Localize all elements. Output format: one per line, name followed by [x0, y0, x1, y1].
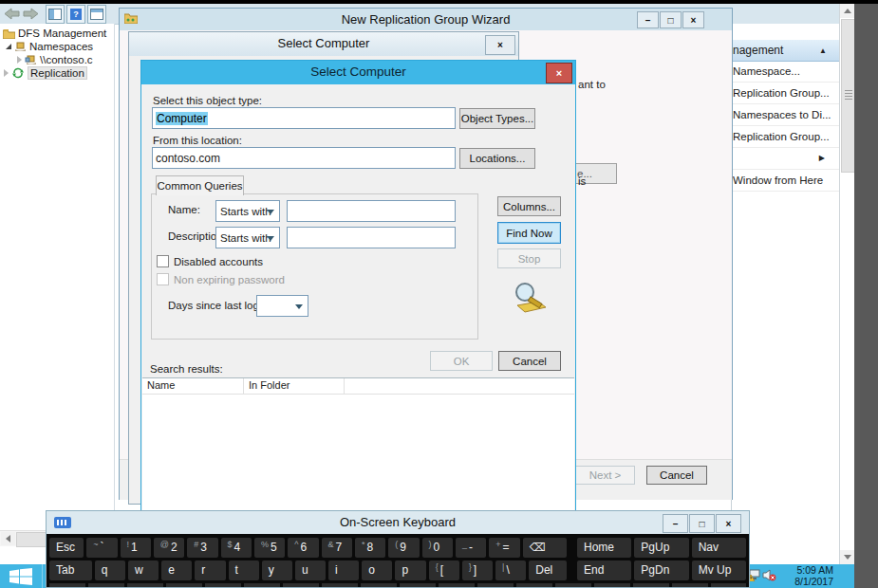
- key-1[interactable]: !1: [121, 538, 151, 558]
- action-item-replication-group[interactable]: Replication Group...: [732, 126, 840, 148]
- disabled-accounts-checkbox[interactable]: [157, 255, 169, 267]
- columns-button[interactable]: Columns...: [497, 196, 561, 216]
- back-icon[interactable]: [4, 8, 20, 20]
- scroll-left-button[interactable]: [1, 532, 15, 545]
- expand-icon[interactable]: [4, 69, 9, 77]
- key-Del[interactable]: Del: [529, 560, 567, 580]
- tree-item-replication[interactable]: Replication: [0, 66, 114, 80]
- key-`[interactable]: ~`: [86, 538, 117, 558]
- object-type-label: Select this object type:: [153, 95, 262, 106]
- key-7[interactable]: &7: [322, 538, 352, 558]
- actions-panel-header[interactable]: nagement ▲: [732, 40, 840, 62]
- key-q[interactable]: q: [95, 560, 125, 580]
- key-Home[interactable]: Home: [577, 538, 631, 558]
- days-since-logon-dropdown[interactable]: [256, 295, 308, 317]
- key-i[interactable]: i: [328, 560, 359, 580]
- scroll-up-button[interactable]: [840, 4, 855, 18]
- description-operator-dropdown[interactable]: Starts with: [215, 227, 280, 248]
- key-3[interactable]: #3: [187, 538, 217, 558]
- action-item-replication-group[interactable]: Replication Group...: [732, 83, 840, 104]
- key-][interactable]: }]: [462, 560, 493, 580]
- outer-close-button[interactable]: ×: [485, 35, 515, 55]
- tree-item-namespaces[interactable]: Namespaces: [0, 40, 114, 53]
- new-window-button[interactable]: [87, 5, 106, 24]
- start-button[interactable]: [0, 564, 43, 588]
- key-w[interactable]: w: [128, 560, 159, 580]
- minimize-button[interactable]: –: [637, 11, 659, 28]
- expand-icon[interactable]: [6, 44, 11, 49]
- description-input[interactable]: [287, 227, 456, 248]
- vm-vertical-scrollbar[interactable]: [839, 4, 855, 564]
- key-o[interactable]: o: [362, 560, 392, 580]
- key-5[interactable]: %5: [254, 538, 285, 558]
- key-[[interactable]: {[: [429, 560, 459, 580]
- stop-button[interactable]: Stop: [497, 248, 561, 268]
- key-⌫[interactable]: ⌫: [523, 538, 567, 558]
- tab-common-queries[interactable]: Common Queries: [156, 175, 244, 195]
- dialog-close-button[interactable]: ×: [546, 63, 572, 83]
- osk-title-bar[interactable]: On-Screen Keyboard – □ ×: [47, 511, 749, 534]
- expand-icon[interactable]: [17, 56, 22, 64]
- locations-button[interactable]: Locations...: [459, 148, 535, 169]
- action-item-window-from-here[interactable]: Window from Here: [732, 170, 840, 192]
- wizard-cancel-button[interactable]: Cancel: [646, 466, 707, 485]
- column-name[interactable]: Name: [142, 378, 244, 394]
- ok-button[interactable]: OK: [430, 351, 493, 371]
- maximize-button[interactable]: □: [660, 11, 682, 28]
- show-hide-tree-button[interactable]: [46, 5, 65, 24]
- action-item-namespace[interactable]: Namespace...: [732, 61, 840, 83]
- key-e[interactable]: e: [161, 560, 192, 580]
- key-Mv Up[interactable]: Mv Up: [692, 560, 746, 580]
- non-expiring-password-checkbox[interactable]: [157, 273, 169, 285]
- help-button[interactable]: ?: [66, 5, 85, 24]
- name-operator-dropdown[interactable]: Starts with: [215, 200, 280, 222]
- taskbar-clock[interactable]: 5:09 AM 8/1/2017: [776, 565, 833, 587]
- key-r[interactable]: r: [195, 560, 225, 580]
- column-in-folder[interactable]: In Folder: [244, 378, 345, 394]
- wizard-title-bar[interactable]: New Replication Group Wizard – □ ×: [120, 9, 732, 30]
- key-0[interactable]: )0: [422, 538, 453, 558]
- dialog-title-bar[interactable]: Select Computer ×: [141, 61, 575, 84]
- key-Esc[interactable]: Esc: [49, 538, 84, 558]
- key-y[interactable]: y: [262, 560, 292, 580]
- key-End[interactable]: End: [577, 560, 631, 580]
- dialog-cancel-button[interactable]: Cancel: [498, 351, 561, 371]
- outer-dialog-title-bar[interactable]: Select Computer ×: [129, 32, 518, 56]
- tree-item-dfs-management[interactable]: DFS Management: [0, 27, 114, 40]
- action-item-namespaces-to-di[interactable]: Namespaces to Di...: [732, 104, 840, 126]
- collapse-arrow-icon[interactable]: ▲: [819, 46, 827, 55]
- key--[interactable]: _-: [456, 538, 486, 558]
- location-field[interactable]: contoso.com: [152, 147, 456, 169]
- key-t[interactable]: t: [229, 560, 259, 580]
- find-now-button[interactable]: Find Now: [497, 222, 561, 244]
- action-item-submenu[interactable]: ▶: [732, 148, 840, 170]
- key-\[interactable]: |\: [495, 560, 526, 580]
- key-=[interactable]: +=: [489, 538, 519, 558]
- search-results-label: Search results:: [150, 363, 223, 375]
- key-6[interactable]: ^6: [288, 538, 318, 558]
- close-button[interactable]: ×: [682, 11, 704, 28]
- forward-icon[interactable]: [23, 8, 39, 20]
- volume-muted-icon[interactable]: [762, 569, 776, 581]
- scroll-down-button[interactable]: [840, 550, 855, 564]
- key-2[interactable]: @2: [154, 538, 184, 558]
- search-results-list[interactable]: Name In Folder: [142, 377, 574, 513]
- key-8[interactable]: *8: [355, 538, 385, 558]
- key-Nav[interactable]: Nav: [692, 538, 746, 558]
- chevron-down-icon: [267, 236, 274, 241]
- osk-minimize-button[interactable]: –: [663, 514, 688, 533]
- key-4[interactable]: $4: [221, 538, 252, 558]
- key-Tab[interactable]: Tab: [49, 560, 92, 580]
- name-input[interactable]: [287, 200, 456, 222]
- object-type-field[interactable]: Computer: [152, 107, 456, 129]
- key-p[interactable]: p: [395, 560, 425, 580]
- key-PgDn[interactable]: PgDn: [634, 560, 688, 580]
- osk-maximize-button[interactable]: □: [689, 514, 715, 533]
- key-u[interactable]: u: [295, 560, 326, 580]
- key-PgUp[interactable]: PgUp: [634, 538, 688, 558]
- next-button[interactable]: Next >: [575, 466, 635, 485]
- osk-close-button[interactable]: ×: [716, 514, 741, 533]
- object-types-button[interactable]: Object Types...: [459, 108, 535, 129]
- key-9[interactable]: (9: [388, 538, 419, 558]
- tree-item-contoso-namespace[interactable]: \\contoso.c: [0, 53, 114, 66]
